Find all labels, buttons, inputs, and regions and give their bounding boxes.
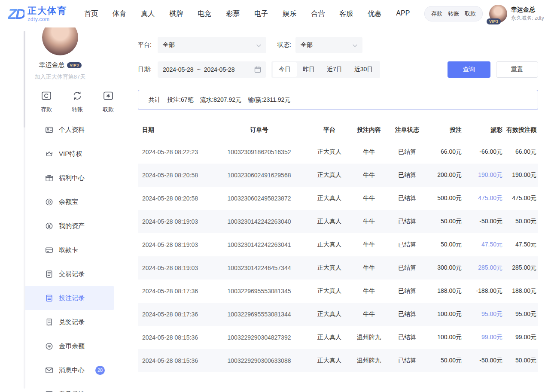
cell-content: 牛牛 <box>349 287 389 295</box>
reset-button[interactable]: 重置 <box>496 61 538 78</box>
sidebar-item-vip[interactable]: VIP特权 <box>24 142 114 166</box>
cell-bet: 100.00元 <box>426 334 463 341</box>
table-row: 2024-05-28 08:19:031003230142246457344正大… <box>138 256 538 280</box>
sidebar-item-label: 意见反馈 <box>59 390 85 392</box>
cell-order: 1003230142246457344 <box>209 264 310 271</box>
cell-payout: 99.00元 <box>463 334 504 341</box>
vip-badge: VIP3 <box>67 62 81 68</box>
gift-icon <box>45 174 53 182</box>
sidebar-item-bet-records[interactable]: 投注记录 <box>24 286 114 310</box>
brand-name: 正大体育 <box>27 6 67 15</box>
nav-item[interactable]: 客服 <box>339 9 353 18</box>
range-yesterday-button[interactable]: 昨日 <box>297 62 321 77</box>
filter-row-2: 日期: 2024-05-28 ~ 2024-05-28 今日 昨日 近7日 近3… <box>138 61 538 78</box>
deposit-icon <box>41 90 52 103</box>
filter-row-1: 平台: 全部 状态: 全部 <box>138 37 538 53</box>
cell-date: 2024-05-28 08:22:23 <box>138 149 209 155</box>
sidebar-item-label: 兑奖记录 <box>59 318 85 326</box>
header-status: 注单状态 <box>389 126 426 134</box>
nav-item[interactable]: 娱乐 <box>283 9 296 18</box>
table-row: 2024-05-28 08:15:361003229290300633088正大… <box>138 349 538 372</box>
sidebar-item-assets[interactable]: 我的资产 <box>24 214 114 238</box>
table-row: 2024-05-28 08:19:031003230142242263041正大… <box>138 233 538 256</box>
range-today-button[interactable]: 今日 <box>273 62 297 77</box>
transfer-button[interactable]: 转账 <box>72 90 83 113</box>
sidebar-item-coin-balance[interactable]: 金币余额 <box>24 334 114 358</box>
cell-bet: 50.00元 <box>426 241 463 249</box>
summary-bar: 共计 投注:67笔 流水:8207.92元 输/赢:2311.92元 <box>138 90 538 110</box>
main-content: 平台: 全部 状态: 全部 日期: 2024-05-28 ~ 2024-05-2… <box>129 27 545 392</box>
nav-item[interactable]: 电子 <box>254 9 268 18</box>
sidebar-item-profile[interactable]: 个人资料 <box>24 118 114 142</box>
cell-payout: -50.00元 <box>463 357 504 365</box>
nav-item[interactable]: APP <box>396 9 410 18</box>
table-row: 2024-05-28 08:20:581003230602491629568正大… <box>138 164 538 187</box>
nav-item[interactable]: 首页 <box>84 9 98 18</box>
user-name: 幸运金总 <box>511 6 544 14</box>
date-start: 2024-05-28 <box>163 66 194 73</box>
cell-order: 1003230918620516352 <box>209 149 310 155</box>
sidebar-item-transactions[interactable]: 交易记录 <box>24 262 114 286</box>
sidebar-item-label: VIP特权 <box>59 150 82 158</box>
wallet-quick-link[interactable]: 存款 <box>431 10 442 18</box>
header-date: 日期 <box>138 126 209 134</box>
cell-content: 温州牌九 <box>349 357 389 365</box>
chevron-down-icon <box>353 42 357 49</box>
receipt-icon <box>45 318 53 326</box>
withdraw-button[interactable]: 取款 <box>103 90 114 113</box>
search-button[interactable]: 查询 <box>448 61 490 78</box>
range-30days-button[interactable]: 近30日 <box>348 62 379 77</box>
cell-order: 1003229695553081345 <box>209 288 310 295</box>
nav-item[interactable]: 彩票 <box>226 9 240 18</box>
id-card-icon <box>45 126 53 134</box>
cell-bet: 50.00元 <box>426 218 463 225</box>
sidebar-scrollbar-thumb[interactable] <box>24 31 25 128</box>
sidebar-item-redeem-records[interactable]: 兑奖记录 <box>24 310 114 334</box>
sidebar-item-welfare[interactable]: 福利中心 <box>24 166 114 190</box>
range-7days-button[interactable]: 近7日 <box>321 62 348 77</box>
status-select[interactable]: 全部 <box>295 37 362 53</box>
table-header: 日期 订单号 平台 投注内容 注单状态 投注 派彩 有效投注额 <box>138 120 538 140</box>
nav-item[interactable]: 体育 <box>113 9 126 18</box>
action-label: 转账 <box>72 106 83 113</box>
cell-status: 已结算 <box>389 357 426 365</box>
calendar-icon <box>254 66 261 73</box>
date-separator: ~ <box>197 66 201 73</box>
header-content: 投注内容 <box>349 126 389 134</box>
cell-status: 已结算 <box>389 218 426 225</box>
platform-select[interactable]: 全部 <box>158 37 266 53</box>
cell-status: 已结算 <box>389 334 426 341</box>
sidebar-item-label: 我的资产 <box>59 222 85 230</box>
summary-turnover: 流水:8207.92元 <box>200 96 241 104</box>
cell-payout: 285.00元 <box>463 264 504 272</box>
withdraw-icon <box>103 90 114 103</box>
cell-status: 已结算 <box>389 264 426 272</box>
nav-item[interactable]: 真人 <box>141 9 155 18</box>
cell-status: 已结算 <box>389 171 426 179</box>
sidebar-item-feedback[interactable]: 意见反馈 <box>24 382 114 392</box>
topbar-user[interactable]: VIP3 幸运金总 永久域名: zdty <box>489 5 545 23</box>
cell-bet: 300.00元 <box>426 264 463 272</box>
header-payout: 派彩 <box>463 126 504 134</box>
header-bet: 投注 <box>426 126 463 134</box>
table-row: 2024-05-28 08:22:231003230918620516352正大… <box>138 140 538 164</box>
cell-platform: 正大真人 <box>310 194 349 202</box>
cell-payout: 47.50元 <box>463 241 504 249</box>
cell-content: 牛牛 <box>349 218 389 225</box>
sidebar-item-yuebao[interactable]: 余额宝 <box>24 190 114 214</box>
wallet-quick-link[interactable]: 取款 <box>465 10 476 18</box>
wallet-quick-link[interactable]: 转账 <box>448 10 459 18</box>
sidebar-actions: 存款 转账 取款 <box>41 90 114 113</box>
cell-bet: 200.00元 <box>426 171 463 179</box>
deposit-button[interactable]: 存款 <box>41 90 52 113</box>
sidebar-item-withdraw-card[interactable]: 取款卡 <box>24 238 114 262</box>
nav-item[interactable]: 棋牌 <box>169 9 183 18</box>
date-range-input[interactable]: 2024-05-28 ~ 2024-05-28 <box>158 61 266 78</box>
nav-item[interactable]: 优惠 <box>368 9 381 18</box>
cell-status: 已结算 <box>389 287 426 295</box>
cell-bet: 188.00元 <box>426 287 463 295</box>
brand-logo[interactable]: ZD 正大体育 zdty.com <box>8 6 67 22</box>
sidebar-item-messages[interactable]: 消息中心 28 <box>24 358 114 382</box>
nav-item[interactable]: 电竞 <box>198 9 211 18</box>
nav-item[interactable]: 合营 <box>311 9 325 18</box>
